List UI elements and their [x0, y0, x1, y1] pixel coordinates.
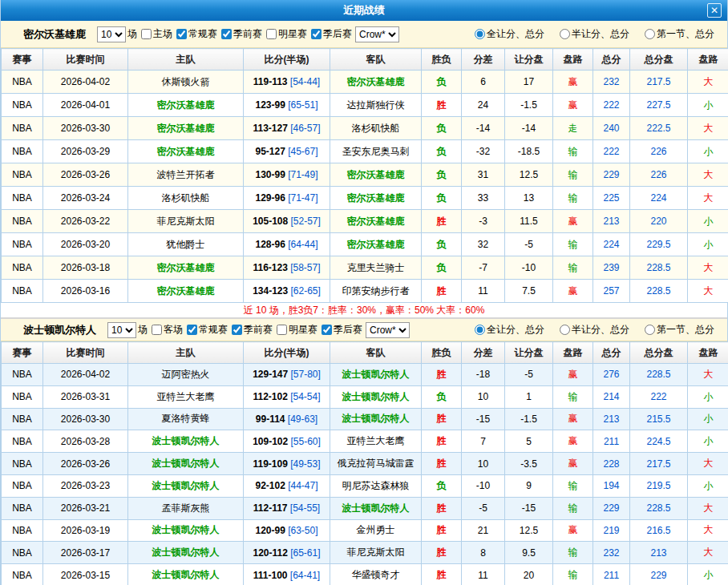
- handicap-line-cell: -3.5: [505, 453, 553, 475]
- filter-checkbox-0[interactable]: 客场: [149, 323, 183, 337]
- filter-checkbox-3[interactable]: 明星赛: [274, 323, 317, 337]
- radio-label: 全让分、总分: [487, 323, 544, 337]
- filter-radio-1[interactable]: 半让分、总分: [557, 323, 629, 337]
- score-cell: 95-127 [45-67]: [244, 140, 330, 163]
- score-cell: 109-102 [55-60]: [244, 430, 330, 453]
- over-under-cell: 大: [688, 453, 728, 475]
- total-points-cell: 239: [593, 256, 630, 280]
- checkbox-input[interactable]: [232, 325, 242, 335]
- result-cell: 胜: [422, 408, 462, 430]
- league-cell: NBA: [2, 453, 43, 475]
- bookmaker-select[interactable]: Crow*: [355, 26, 399, 42]
- final-score: 119-109: [253, 458, 287, 470]
- filter-radio-0[interactable]: 全让分、总分: [472, 323, 544, 337]
- checkbox-label: 季前赛: [233, 27, 262, 41]
- total-line-cell: 222.5: [630, 117, 688, 140]
- point-diff-cell: 11: [462, 564, 505, 585]
- total-points-cell: 232: [593, 542, 630, 564]
- date-cell: 2026-03-23: [43, 474, 128, 497]
- checkbox-input[interactable]: [221, 29, 232, 39]
- checkbox-input[interactable]: [277, 325, 287, 335]
- filter-checkbox-1[interactable]: 常规赛: [184, 323, 228, 337]
- radio-input[interactable]: [475, 29, 485, 39]
- total-points-cell: 219: [593, 519, 630, 542]
- checkbox-input[interactable]: [311, 29, 322, 39]
- home-team-cell: 迈阿密热火: [128, 364, 244, 386]
- away-team-cell: 印第安纳步行者: [330, 280, 422, 303]
- result-cell: 负: [422, 256, 462, 280]
- table-row: NBA2026-03-26波士顿凯尔特人119-109 [49-53]俄克拉荷马…: [2, 453, 728, 475]
- games-count-select[interactable]: 10: [97, 26, 126, 42]
- filter-checkbox-1[interactable]: 常规赛: [174, 27, 217, 41]
- games-suffix-label: 场: [127, 27, 137, 41]
- point-diff-cell: 32: [462, 233, 505, 256]
- results-table: 赛事比赛时间主队比分(半场)客队胜负分差让分盘盘路总分总分盘盘路 NBA2026…: [1, 341, 728, 585]
- col-header: 比分(半场): [244, 342, 330, 364]
- over-under-cell: 大: [688, 117, 728, 140]
- final-score: 92-102: [255, 480, 285, 491]
- result-cell: 负: [422, 385, 462, 408]
- filter-radio-2[interactable]: 第一节、总分: [642, 323, 714, 337]
- close-icon[interactable]: ✕: [707, 3, 722, 18]
- filter-checkbox-2[interactable]: 季前赛: [229, 323, 273, 337]
- checkbox-input[interactable]: [322, 325, 332, 335]
- col-header: 比分(半场): [244, 49, 330, 71]
- half-score: [49-63]: [288, 414, 317, 425]
- league-cell: NBA: [2, 408, 43, 430]
- final-score: 129-147: [253, 369, 288, 380]
- summary-text: 近 10 场，胜3负7：胜率：30%，赢率：50% 大率：60%: [1, 303, 727, 317]
- point-diff-cell: -18: [462, 364, 505, 386]
- total-points-cell: 225: [593, 187, 630, 210]
- filter-checkbox-0[interactable]: 主场: [139, 27, 172, 41]
- filter-radio-1[interactable]: 半让分、总分: [557, 27, 629, 41]
- score-cell: 99-114 [49-63]: [244, 408, 330, 430]
- games-count-select[interactable]: 10: [107, 322, 136, 338]
- table-body: NBA2026-04-02迈阿密热火129-147 [57-80]波士顿凯尔特人…: [2, 364, 728, 585]
- checkbox-input[interactable]: [187, 325, 197, 335]
- score-cell: 123-99 [65-51]: [244, 94, 330, 117]
- total-points-cell: 232: [593, 71, 630, 94]
- bookmaker-select[interactable]: Crow*: [366, 322, 410, 338]
- home-team-cell: 波士顿凯尔特人: [128, 430, 244, 453]
- home-team-cell: 波士顿凯尔特人: [128, 564, 244, 585]
- col-header: 总分盘: [630, 342, 688, 364]
- filter-checkbox-4[interactable]: 季后赛: [319, 323, 362, 337]
- handicap-line-cell: 11.5: [505, 210, 553, 233]
- filter-checkbox-4[interactable]: 季后赛: [309, 27, 352, 41]
- checkbox-input[interactable]: [141, 29, 152, 39]
- score-cell: 111-100 [64-41]: [244, 564, 330, 585]
- final-score: 128-96: [255, 239, 285, 250]
- radio-input[interactable]: [560, 29, 570, 39]
- col-header: 盘路: [688, 342, 728, 364]
- checkbox-input[interactable]: [176, 29, 187, 39]
- league-cell: NBA: [2, 117, 43, 140]
- final-score: 105-108: [253, 216, 288, 227]
- radio-input[interactable]: [645, 325, 655, 335]
- checkbox-input[interactable]: [266, 29, 277, 39]
- result-cell: 胜: [422, 364, 462, 386]
- score-cell: 113-127 [46-57]: [244, 117, 330, 140]
- total-points-cell: 213: [593, 408, 630, 430]
- filter-radio-0[interactable]: 全让分、总分: [472, 27, 544, 41]
- home-team-cell: 洛杉矶快船: [128, 187, 244, 210]
- filter-radio-2[interactable]: 第一节、总分: [642, 27, 714, 41]
- radio-input[interactable]: [560, 325, 570, 335]
- over-under-cell: 小: [688, 94, 728, 117]
- filter-bar: 波士顿凯尔特人 10 场 客场常规赛季前赛明星赛季后赛 Crow* 全让分、总分…: [1, 317, 727, 341]
- table-row: NBA2026-04-02休斯顿火箭119-113 [54-44]密尔沃基雄鹿负…: [2, 71, 728, 94]
- radio-input[interactable]: [645, 29, 655, 39]
- radio-input[interactable]: [475, 325, 485, 335]
- table-row: NBA2026-03-16密尔沃基雄鹿134-123 [62-65]印第安纳步行…: [2, 280, 728, 303]
- table-row: NBA2026-03-30夏洛特黄蜂99-114 [49-63]波士顿凯尔特人胜…: [2, 408, 728, 430]
- league-cell: NBA: [2, 364, 43, 386]
- league-cell: NBA: [2, 280, 43, 303]
- total-line-cell: 224.5: [630, 430, 688, 453]
- total-line-cell: 215.5: [630, 408, 688, 430]
- date-cell: 2026-03-15: [43, 564, 128, 585]
- filter-checkbox-2[interactable]: 季前赛: [219, 27, 262, 41]
- checkbox-label: 明星赛: [289, 323, 317, 337]
- point-diff-cell: -15: [462, 408, 505, 430]
- filter-checkbox-3[interactable]: 明星赛: [264, 27, 307, 41]
- final-score: 120-99: [255, 525, 285, 536]
- checkbox-input[interactable]: [152, 325, 162, 335]
